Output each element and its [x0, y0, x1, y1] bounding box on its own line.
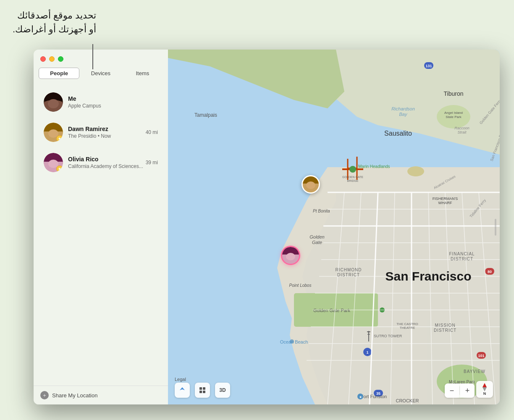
svg-text:Strait: Strait — [457, 130, 467, 134]
person-olivia-location: California Academy of Sciences... — [68, 163, 146, 169]
person-me[interactable]: Me Apple Campus — [37, 87, 165, 117]
svg-text:BRIDGE: BRIDGE — [347, 179, 359, 182]
tab-devices[interactable]: Devices — [80, 68, 121, 79]
svg-text:Tamalpais: Tamalpais — [194, 112, 217, 118]
app-window: People Devices Items Me Apple Campus — [34, 50, 500, 404]
svg-text:101: 101 — [478, 354, 484, 358]
map-area: Golden Gate Park McLaren Park Angel Isla… — [168, 50, 500, 404]
svg-text:Gate: Gate — [312, 240, 322, 245]
person-me-location: Apple Campus — [68, 103, 158, 109]
person-olivia-info: Olivia Rico California Academy of Scienc… — [68, 156, 146, 169]
scrollbar-hint — [495, 219, 496, 236]
minimize-button[interactable] — [49, 56, 55, 62]
svg-text:THEATRE: THEATRE — [400, 326, 415, 330]
person-olivia-distance: 39 mi — [146, 160, 158, 165]
svg-text:Marin Headlands: Marin Headlands — [358, 164, 390, 169]
zoom-divider — [459, 386, 460, 395]
person-dawn-location: The Presidio • Now — [68, 133, 146, 139]
map-svg: Golden Gate Park McLaren Park Angel Isla… — [168, 50, 500, 404]
svg-text:Golden Gate Park: Golden Gate Park — [313, 308, 351, 313]
svg-text:Raccoon: Raccoon — [454, 126, 469, 130]
share-location-label: Share My Location — [52, 392, 97, 399]
svg-text:CROCKER: CROCKER — [396, 398, 419, 403]
svg-text:THE CASTRO: THE CASTRO — [396, 322, 418, 326]
close-button[interactable] — [40, 56, 46, 62]
svg-rect-93 — [199, 387, 202, 390]
tab-people[interactable]: People — [39, 68, 79, 79]
svg-text:State Park: State Park — [446, 115, 462, 119]
people-list: Me Apple Campus ★ Dawn Ramirez The Presi… — [34, 83, 168, 386]
svg-text:Fort Funston: Fort Funston — [361, 394, 387, 399]
svg-text:BAYVIEW: BAYVIEW — [464, 369, 485, 374]
svg-rect-96 — [203, 391, 205, 393]
traffic-lights — [34, 50, 168, 66]
svg-text:131: 131 — [425, 64, 432, 68]
compass-label: N — [483, 391, 486, 396]
map-style-button[interactable] — [195, 383, 210, 398]
person-me-name: Me — [68, 95, 158, 102]
svg-text:Bay: Bay — [399, 112, 408, 117]
avatar-olivia: ★ — [44, 153, 63, 172]
svg-point-82 — [349, 166, 356, 173]
legal-text: Legal — [175, 377, 186, 382]
avatar-dawn: ★ — [44, 123, 63, 142]
svg-rect-95 — [199, 391, 202, 393]
svg-text:SUTRO TOWER: SUTRO TOWER — [374, 334, 402, 338]
svg-text:RICHMOND: RICHMOND — [336, 268, 362, 272]
svg-text:80: 80 — [488, 270, 492, 274]
svg-text:Richardson: Richardson — [391, 106, 415, 111]
sidebar: People Devices Items Me Apple Campus — [34, 50, 168, 404]
svg-text:Angel Island: Angel Island — [444, 111, 463, 115]
map-toolbar: 3D — [175, 383, 230, 398]
annotation-text: تحديد موقع أصدقائك أو أجهزتك أو أغراضك. — [13, 8, 96, 36]
svg-text:Ocean Beach: Ocean Beach — [280, 339, 308, 344]
svg-point-14 — [407, 166, 424, 176]
zoom-in-button[interactable]: + — [460, 383, 475, 398]
svg-text:FINANCIAL: FINANCIAL — [449, 252, 475, 256]
share-location[interactable]: ＋ Share My Location — [34, 386, 168, 404]
annotation-line — [92, 44, 93, 69]
maximize-button[interactable] — [58, 56, 63, 62]
svg-text:Tiburon: Tiburon — [444, 90, 464, 97]
map-pin-olivia[interactable] — [281, 246, 300, 265]
map-pin-dawn[interactable] — [302, 175, 320, 194]
threed-button[interactable]: 3D — [215, 383, 230, 398]
svg-text:1: 1 — [366, 350, 368, 354]
person-dawn-name: Dawn Ramirez — [68, 126, 146, 132]
person-dawn-distance: 40 mi — [146, 129, 158, 135]
person-olivia[interactable]: ★ Olivia Rico California Academy of Scie… — [37, 148, 165, 177]
svg-text:Golden: Golden — [309, 234, 324, 239]
svg-text:San Francisco: San Francisco — [385, 269, 471, 283]
compass-button[interactable]: N — [476, 381, 493, 398]
person-dawn[interactable]: ★ Dawn Ramirez The Presidio • Now 40 mi — [37, 118, 165, 147]
star-badge-olivia: ★ — [56, 165, 63, 172]
star-badge-dawn: ★ — [56, 135, 63, 142]
svg-text:GOLDEN GATE: GOLDEN GATE — [342, 176, 363, 178]
svg-text:FISHERMAN'S: FISHERMAN'S — [433, 197, 458, 201]
zoom-out-button[interactable]: − — [445, 383, 459, 398]
avatar-me — [44, 92, 63, 112]
person-dawn-info: Dawn Ramirez The Presidio • Now — [68, 126, 146, 139]
location-button[interactable] — [175, 383, 190, 398]
zoom-controls: − + — [445, 383, 475, 398]
svg-text:MISSION: MISSION — [435, 323, 455, 328]
svg-text:DISTRICT: DISTRICT — [451, 257, 473, 261]
svg-point-59 — [290, 339, 294, 344]
svg-text:Point Lobos: Point Lobos — [289, 283, 312, 288]
svg-text:★: ★ — [359, 395, 362, 399]
svg-text:Sausalito: Sausalito — [384, 130, 412, 137]
svg-text:DISTRICT: DISTRICT — [434, 328, 456, 333]
person-me-info: Me Apple Campus — [68, 95, 158, 109]
svg-text:DISTRICT: DISTRICT — [337, 273, 360, 277]
tab-items[interactable]: Items — [122, 68, 163, 79]
person-olivia-name: Olivia Rico — [68, 156, 146, 163]
svg-rect-94 — [203, 387, 205, 390]
svg-text:Pt Bonita: Pt Bonita — [313, 209, 330, 213]
tab-bar: People Devices Items — [34, 66, 168, 83]
share-location-icon: ＋ — [40, 391, 49, 399]
svg-text:WHARF: WHARF — [438, 201, 452, 205]
